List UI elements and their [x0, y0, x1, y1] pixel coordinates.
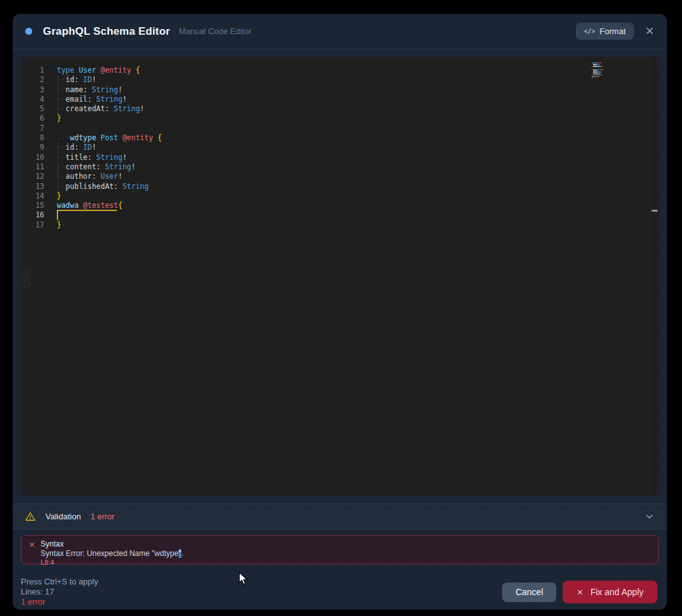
code-line[interactable]: 10··title: String!: [21, 153, 659, 162]
format-button[interactable]: </> Format: [576, 23, 634, 40]
line-number: 13: [21, 182, 44, 191]
footer-actions: Cancel ✕ Fix and Apply: [502, 581, 657, 603]
validation-error-count: 1 error: [90, 512, 114, 521]
modal-header: GraphQL Schema Editor Manual Code Editor…: [13, 14, 667, 49]
code-line[interactable]: 9··id: ID!: [21, 143, 659, 152]
page-title: GraphQL Schema Editor: [43, 25, 170, 38]
status-dot-icon: [25, 28, 32, 35]
error-category: Syntax: [40, 540, 183, 548]
error-x-icon: ✕: [29, 541, 35, 560]
code-line[interactable]: 16: [21, 210, 659, 220]
line-number: 15: [21, 201, 44, 210]
code-lines: 1type User @entity {2··id: ID!3··name: S…: [21, 66, 659, 230]
line-number: 7: [21, 124, 44, 133]
code-icon: </>: [584, 28, 595, 35]
line-number: 11: [21, 162, 44, 172]
code-line[interactable]: 11··content: String!: [21, 162, 659, 172]
code-line[interactable]: 3··name: String!: [21, 85, 659, 95]
error-location: L8:4: [40, 559, 183, 566]
warning-icon: [25, 512, 35, 521]
line-number: 3: [21, 85, 44, 95]
lines-count: Lines: 17: [21, 587, 98, 597]
chevron-down-icon[interactable]: [645, 512, 654, 521]
error-message: Syntax Error: Unexpected Name "wdtype".: [40, 549, 183, 558]
cancel-button[interactable]: Cancel: [502, 583, 556, 602]
code-line[interactable]: 4··email: String!: [21, 95, 659, 104]
code-line[interactable]: 13··publishedAt: String: [21, 182, 659, 191]
minimap-content: [592, 63, 630, 79]
schema-editor-modal: GraphQL Schema Editor Manual Code Editor…: [13, 14, 667, 610]
format-button-label: Format: [600, 27, 626, 36]
line-number: 4: [21, 95, 44, 104]
code-line[interactable]: 14}: [21, 191, 659, 201]
fix-and-apply-label: Fix and Apply: [590, 587, 643, 597]
code-line[interactable]: 7: [21, 124, 659, 133]
gutter-change-marker: [22, 269, 31, 289]
bracket-pair-guide: [57, 210, 117, 220]
code-line[interactable]: 1type User @entity {: [21, 66, 659, 75]
line-number: 9: [21, 143, 44, 152]
validation-header[interactable]: Validation 1 error: [13, 504, 667, 529]
code-line[interactable]: 5··createdAt: String!: [21, 104, 659, 114]
footer-error-count: 1 error: [21, 597, 98, 607]
line-number: 6: [21, 114, 44, 123]
footer-info: Press Ctrl+S to apply Lines: 17 1 error: [21, 577, 98, 607]
validation-label: Validation: [45, 512, 81, 521]
line-number: 16: [21, 210, 44, 220]
apply-hint: Press Ctrl+S to apply: [21, 577, 98, 587]
line-number: 8: [21, 133, 44, 143]
overview-warning-marker: [652, 210, 657, 212]
line-number: 17: [21, 220, 44, 230]
line-number: 12: [21, 172, 44, 181]
code-line[interactable]: 15wadwa @testest{: [21, 201, 659, 210]
minimap[interactable]: [592, 63, 630, 79]
line-number: 1: [21, 66, 44, 75]
fix-and-apply-button[interactable]: ✕ Fix and Apply: [563, 581, 657, 603]
close-icon[interactable]: ✕: [645, 26, 654, 37]
code-editor[interactable]: 1type User @entity {2··id: ID!3··name: S…: [21, 57, 659, 495]
code-line[interactable]: 8···wdtype Post @entity {: [21, 133, 659, 143]
code-line[interactable]: 17}·: [21, 220, 659, 230]
page-subtitle: Manual Code Editor: [179, 27, 251, 36]
line-number: 5: [21, 104, 44, 114]
overview-ruler[interactable]: [650, 57, 659, 495]
code-line[interactable]: 2··id: ID!: [21, 75, 659, 85]
line-number: 14: [21, 191, 44, 201]
x-icon: ✕: [577, 588, 583, 597]
line-number: 10: [21, 153, 44, 162]
line-number: 2: [21, 75, 44, 85]
code-line[interactable]: 12··author: User!: [21, 172, 659, 181]
error-panel[interactable]: ✕ Syntax Syntax Error: Unexpected Name "…: [21, 535, 659, 564]
code-line[interactable]: 6}: [21, 114, 659, 123]
